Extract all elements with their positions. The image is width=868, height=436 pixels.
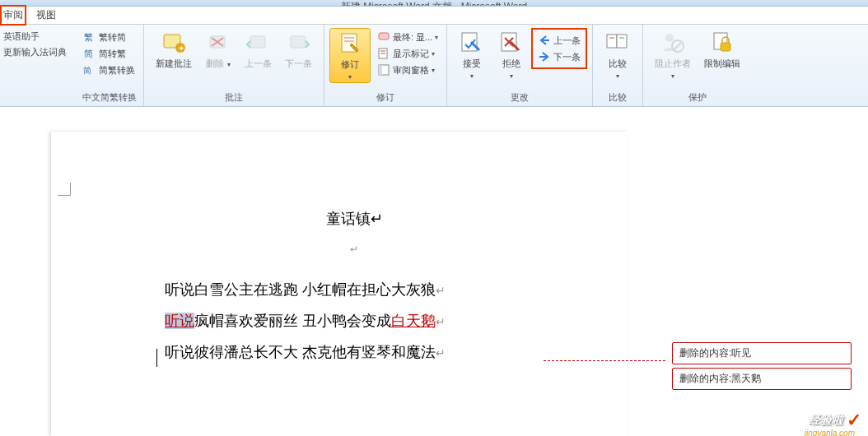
svg-line-32 xyxy=(674,42,682,50)
delete-icon xyxy=(205,30,231,56)
doc-line-2: 听说疯帽喜欢爱丽丝 丑小鸭会变成白天鹅↵ xyxy=(165,311,544,331)
next-comment-icon xyxy=(286,30,312,56)
tab-review[interactable]: 审阅 xyxy=(0,5,26,26)
svg-point-30 xyxy=(665,34,674,42)
trad-to-simp-button[interactable]: 繁繁转简 xyxy=(82,30,137,44)
group-comments: ✦ 新建批注 删除 ▾ 上一条 下一条 批注 xyxy=(144,25,324,106)
ribbon-tabs: 审阅 视图 xyxy=(0,7,868,25)
pane-icon xyxy=(377,63,390,77)
svg-text:简: 简 xyxy=(83,66,91,75)
ruler-corner xyxy=(58,183,71,196)
svg-rect-10 xyxy=(291,36,306,48)
prev-comment-button[interactable]: 上一条 xyxy=(238,28,278,72)
ribbon: 英语助手 更新输入法词典 繁繁转简 简简转繁 简简繁转换 中文简繁转换 ✦ 新建… xyxy=(0,25,868,107)
show-markup-dropdown[interactable]: 显示标记 ▾ xyxy=(376,46,440,61)
group-label-changes: 更改 xyxy=(452,89,587,106)
group-chinese-convert: 繁繁转简 简简转繁 简简繁转换 中文简繁转换 xyxy=(75,25,144,106)
simp-to-trad-button[interactable]: 简简转繁 xyxy=(82,46,137,61)
revision-connector-line xyxy=(544,360,665,361)
doc-line-1: 听说白雪公主在逃跑 小红帽在担心大灰狼↵ xyxy=(165,280,544,299)
lock-icon xyxy=(709,30,735,56)
chevron-down-icon: ▾ xyxy=(227,61,231,68)
chevron-down-icon: ▾ xyxy=(671,72,674,80)
paragraph-mark-icon: ↵ xyxy=(165,244,544,255)
svg-rect-19 xyxy=(379,65,382,75)
tab-view[interactable]: 视图 xyxy=(26,6,66,25)
delete-comment-button[interactable]: 删除 ▾ xyxy=(198,28,238,72)
svg-rect-20 xyxy=(462,33,477,51)
prev-comment-icon xyxy=(245,30,272,56)
next-comment-button[interactable]: 下一条 xyxy=(278,28,319,72)
document-area: 童话镇↵ ↵ 听说白雪公主在逃跑 小红帽在担心大灰狼↵ 听说疯帽喜欢爱丽丝 丑小… xyxy=(0,107,868,436)
simp-trad-icon: 简 xyxy=(83,47,96,60)
prev-arrow-icon xyxy=(538,34,551,47)
convert-icon: 简 xyxy=(83,63,96,77)
review-pane-dropdown[interactable]: 审阅窗格 ▾ xyxy=(376,63,440,77)
highlight-prev-next: 上一条 下一条 xyxy=(531,28,587,69)
next-change-button[interactable]: 下一条 xyxy=(536,49,582,64)
svg-rect-14 xyxy=(379,33,389,39)
chevron-down-icon: ▾ xyxy=(510,72,513,80)
prev-change-button[interactable]: 上一条 xyxy=(536,33,582,48)
group-protect: 阻止作者▾ 限制编辑 保护 xyxy=(643,25,752,106)
paragraph-mark-icon: ↵ xyxy=(436,316,446,328)
svg-rect-9 xyxy=(250,36,265,48)
revision-balloon[interactable]: 删除的内容:听见 xyxy=(672,342,852,364)
svg-rect-25 xyxy=(539,56,546,58)
markup-icon xyxy=(377,47,390,60)
group-label-protect: 保护 xyxy=(648,89,747,106)
svg-rect-26 xyxy=(607,35,617,48)
group-changes: 接受▾ 拒绝▾ 上一条 下一条 更改 xyxy=(447,25,593,106)
title-bar: 新建 Microsoft Word 文档 - Microsoft Word xyxy=(0,0,868,7)
restrict-edit-button[interactable]: 限制编辑 xyxy=(698,28,747,72)
document-content[interactable]: 童话镇↵ ↵ 听说白雪公主在逃跑 小红帽在担心大灰狼↵ 听说疯帽喜欢爱丽丝 丑小… xyxy=(165,209,544,373)
svg-text:简: 简 xyxy=(84,49,93,58)
watermark-text: 经验啦 xyxy=(809,413,843,428)
group-label-compare: 比较 xyxy=(598,89,637,106)
doc-line-3: 听说彼得潘总长不大 杰克他有竖琴和魔法↵ xyxy=(165,342,544,362)
chevron-down-icon: ▾ xyxy=(432,50,435,58)
doc-title: 童话镇↵ xyxy=(165,209,544,229)
balloon-icon xyxy=(377,30,390,44)
accept-icon xyxy=(459,30,485,56)
chevron-down-icon: ▾ xyxy=(432,67,435,74)
track-icon xyxy=(337,30,363,57)
next-arrow-icon xyxy=(538,50,551,63)
group-label-empty xyxy=(0,91,70,106)
paragraph-mark-icon: ↵ xyxy=(371,211,383,227)
reject-icon xyxy=(498,30,525,56)
svg-rect-34 xyxy=(721,43,730,51)
reject-button[interactable]: 拒绝▾ xyxy=(492,28,531,81)
compare-button[interactable]: 比较▾ xyxy=(598,28,637,81)
update-ime-button[interactable]: 更新输入法词典 xyxy=(2,45,68,59)
group-tracking: 修订▾ 最终: 显... ▾ 显示标记 ▾ 审阅窗格 ▾ 修订 xyxy=(324,25,447,106)
group-label-tracking: 修订 xyxy=(329,89,441,106)
revision-balloons: 删除的内容:听见 删除的内容:黑天鹅 xyxy=(672,342,852,393)
watermark: 经验啦 ✓ jingyanla.com xyxy=(809,410,861,431)
window-title: 新建 Microsoft Word 文档 - Microsoft Word xyxy=(341,1,527,7)
english-helper-button[interactable]: 英语助手 xyxy=(2,30,68,44)
new-comment-icon: ✦ xyxy=(161,30,187,56)
chevron-down-icon: ▾ xyxy=(470,72,474,80)
track-changes-button[interactable]: 修订▾ xyxy=(329,28,371,83)
svg-rect-24 xyxy=(543,39,549,41)
tracked-insert: 白天鹅 xyxy=(391,313,436,329)
block-authors-icon xyxy=(660,30,686,56)
group-compare: 比较▾ 比较 xyxy=(593,25,643,106)
chevron-down-icon: ▾ xyxy=(435,34,438,41)
group-label-comments: 批注 xyxy=(149,89,319,106)
block-authors-button[interactable]: 阻止作者▾ xyxy=(648,28,698,81)
svg-text:✦: ✦ xyxy=(178,44,184,53)
accept-button[interactable]: 接受▾ xyxy=(452,28,492,81)
tracked-insert-selected: 听说 xyxy=(165,313,194,329)
revision-balloon[interactable]: 删除的内容:黑天鹅 xyxy=(672,368,852,390)
new-comment-button[interactable]: ✦ 新建批注 xyxy=(149,28,198,72)
simp-trad-convert-button[interactable]: 简简繁转换 xyxy=(82,63,137,77)
svg-text:繁: 繁 xyxy=(84,32,93,42)
paragraph-mark-icon: ↵ xyxy=(436,285,446,297)
trad-simp-icon: 繁 xyxy=(83,30,96,44)
display-mode-dropdown[interactable]: 最终: 显... ▾ xyxy=(376,30,440,44)
group-label-chinese: 中文简繁转换 xyxy=(80,89,138,106)
svg-rect-27 xyxy=(617,35,627,48)
watermark-url: jingyanla.com xyxy=(805,429,855,436)
